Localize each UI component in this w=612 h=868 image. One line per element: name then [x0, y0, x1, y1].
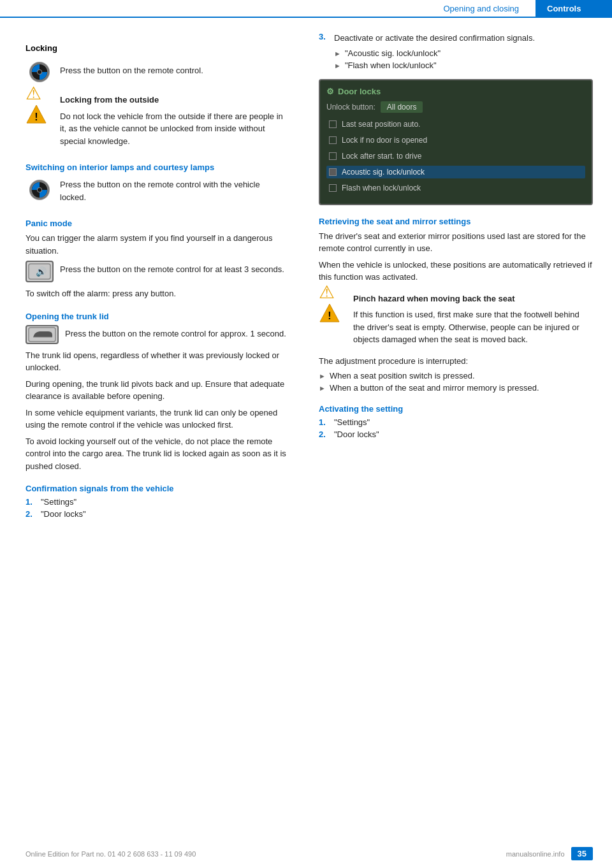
step3-content: Deactivate or activate the desired confi… [334, 32, 535, 73]
unlock-row: Unlock button: All doors [326, 101, 585, 113]
header-bar: Opening and closing Controls [0, 0, 612, 18]
trunk-body1: Press the button on the remote control f… [65, 325, 286, 340]
svg-point-7 [38, 188, 41, 192]
panic-body3: To switch off the alarm: press any butto… [26, 287, 287, 300]
checkbox-5 [329, 184, 337, 192]
confirmation-title: Confirmation signals from the vehicle [26, 484, 287, 493]
activating-step-1: 1. "Settings" [319, 417, 593, 427]
locking-title: Locking [26, 43, 287, 53]
door-locks-item-3: Lock after start. to drive [326, 150, 585, 163]
step3-bullets: ► "Acoustic sig. lock/unlock" ► "Flash w… [334, 48, 535, 70]
panic-body1: You can trigger the alarm system if you … [26, 232, 287, 257]
door-locks-item-2: Lock if no door is opened [326, 134, 585, 147]
door-locks-image: ⚙ Door locks Unlock button: All doors La… [319, 79, 593, 205]
trunk-body5: To avoid locking yourself out of the veh… [26, 435, 287, 473]
panic-icon-row: 🔊 Press the button on the remote control… [26, 261, 287, 282]
pinch-title: Pinch hazard when moving back the seat [353, 293, 593, 305]
warning-triangle-icon: ! [26, 91, 54, 119]
step3-row: 3. Deactivate or activate the desired co… [319, 32, 593, 73]
bmw-logo-icon [29, 62, 50, 82]
switching-icon-row: Press the button on the remote control w… [26, 176, 287, 207]
panic-button-icon: 🔊 [26, 261, 54, 282]
activating-steps-list: 1. "Settings" 2. "Door locks" [319, 417, 593, 439]
locking-warning-row: ! Locking from the outside Do not lock t… [26, 91, 287, 151]
right-column: 3. Deactivate or activate the desired co… [306, 32, 612, 521]
bullet-flash: ► "Flash when lock/unlock" [334, 61, 535, 70]
checkbox-3 [329, 152, 337, 160]
adjustment-bullets: ► When a seat position switch is pressed… [319, 371, 593, 393]
door-locks-title: ⚙ Door locks [326, 87, 585, 96]
trunk-body3: During opening, the trunk lid pivots bac… [26, 378, 287, 403]
confirmation-step-1: 1. "Settings" [26, 497, 287, 507]
bullet-acoustic: ► "Acoustic sig. lock/unlock" [334, 48, 535, 58]
confirmation-step-2: 2. "Door locks" [26, 509, 287, 519]
bmw-logo-icon-2 [29, 180, 50, 200]
panic-body2: Press the button on the remote control f… [60, 261, 284, 276]
trunk-icon-row: Press the button on the remote control f… [26, 325, 287, 344]
retrieving-title: Retrieving the seat and mirror settings [319, 217, 593, 226]
left-column: Locking Press the button on the remote c… [0, 32, 306, 521]
panic-title: Panic mode [26, 219, 287, 228]
footer-edition-text: Online Edition for Part no. 01 40 2 608 … [26, 850, 196, 858]
switching-remote-icon [26, 176, 54, 204]
locking-warning-content: Locking from the outside Do not lock the… [60, 91, 287, 151]
svg-point-2 [38, 70, 41, 74]
unlock-value: All doors [381, 101, 423, 113]
pinch-body: If this function is used, first make sur… [353, 308, 593, 346]
retrieving-body2: When the vehicle is unlocked, these posi… [319, 259, 593, 284]
checkbox-2 [329, 136, 337, 144]
checkbox-1 [329, 120, 337, 128]
switching-body-text: Press the button on the remote control w… [60, 176, 287, 203]
adjustment-bullet-2: ► When a button of the seat and mirror m… [319, 383, 593, 393]
door-locks-item-1: Last seat position auto. [326, 118, 585, 131]
trunk-title: Opening the trunk lid [26, 312, 287, 321]
footer-manual-text: manualsonline.info [506, 850, 565, 858]
trunk-body4: In some vehicle equipment variants, the … [26, 407, 287, 431]
locking-warning-body: Do not lock the vehicle from the outside… [60, 110, 287, 148]
switching-title: Switching on interior lamps and courtesy… [26, 163, 287, 172]
trunk-body2: The trunk lid opens, regardless of wheth… [26, 349, 287, 374]
settings-icon: ⚙ [326, 87, 334, 96]
footer-page-number: 35 [571, 847, 593, 860]
main-content: Locking Press the button on the remote c… [0, 18, 612, 521]
footer-right: manualsonline.info 35 [506, 847, 593, 860]
svg-text:🔊: 🔊 [36, 266, 47, 277]
adjustment-title: The adjustment procedure is interrupted: [319, 355, 593, 368]
header-chapter-label: Controls [536, 0, 612, 17]
footer: Online Edition for Part no. 01 40 2 608 … [0, 847, 612, 860]
pinch-warning-content: Pinch hazard when moving back the seat I… [353, 290, 593, 350]
locking-warning-title: Locking from the outside [60, 94, 287, 106]
activating-title: Activating the setting [319, 404, 593, 414]
door-locks-item-4: Acoustic sig. lock/unlock [326, 166, 585, 178]
checkbox-4 [329, 168, 337, 176]
header-section-label: Opening and closing [443, 4, 525, 13]
pinch-warning-row: ! Pinch hazard when moving back the seat… [319, 290, 593, 350]
bmw-remote-icon [26, 58, 54, 86]
header-left: Opening and closing [0, 0, 536, 17]
door-locks-item-5: Flash when lock/unlock [326, 182, 585, 194]
step3-text: Deactivate or activate the desired confi… [334, 32, 535, 45]
step3-number: 3. [319, 32, 332, 41]
activating-step-2: 2. "Door locks" [319, 430, 593, 439]
pinch-warning-icon: ! [319, 290, 347, 318]
retrieving-body1: The driver's seat and exterior mirror po… [319, 230, 593, 255]
locking-icon-row: Press the button on the remote control. [26, 58, 287, 86]
unlock-label: Unlock button: [326, 103, 375, 112]
svg-text:!: ! [34, 112, 38, 122]
locking-remote-text: Press the button on the remote control. [60, 58, 203, 77]
confirmation-steps-list: 1. "Settings" 2. "Door locks" [26, 497, 287, 519]
svg-text:!: ! [328, 310, 331, 321]
adjustment-bullet-1: ► When a seat position switch is pressed… [319, 371, 593, 380]
trunk-button-icon [26, 325, 59, 344]
